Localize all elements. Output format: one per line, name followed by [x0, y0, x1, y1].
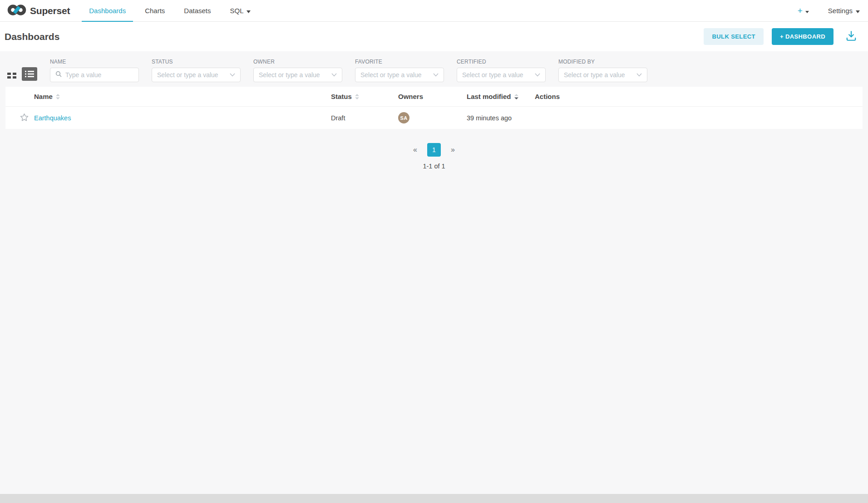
settings-label: Settings [828, 7, 853, 15]
col-name-label: Name [34, 93, 53, 100]
col-last-modified-label: Last modified [467, 93, 511, 100]
filter-owner: OWNER Select or type a value [253, 59, 342, 82]
row-name-cell: Earthquakes [34, 114, 331, 122]
plus-icon: + [798, 6, 803, 15]
filter-status-label: STATUS [152, 59, 241, 65]
header-cell-name[interactable]: Name [34, 93, 331, 100]
sort-desc-icon [514, 94, 518, 99]
card-view-icon[interactable] [6, 70, 17, 81]
table-row: Earthquakes Draft SA 39 minutes ago [5, 107, 863, 129]
chevron-down-icon [331, 73, 337, 77]
nav-tab-datasets[interactable]: Datasets [182, 0, 212, 21]
nav-tab-charts[interactable]: Charts [143, 0, 167, 21]
nav-tab-sql[interactable]: SQL [228, 0, 252, 21]
chevron-down-icon [230, 73, 235, 77]
pager-next-button[interactable]: » [448, 145, 458, 155]
col-actions-label: Actions [535, 93, 560, 100]
chevron-down-icon [636, 73, 642, 77]
sort-icon [56, 94, 60, 99]
filter-certified: CERTIFIED Select or type a value [457, 59, 546, 82]
filter-modified-by-label: MODIFIED BY [558, 59, 647, 65]
pager: « 1 » [410, 143, 458, 157]
header-cell-owners: Owners [398, 93, 467, 100]
filter-favorite-label: FAVORITE [355, 59, 444, 65]
chevron-down-icon [433, 73, 439, 77]
row-owners-cell: SA [398, 112, 467, 123]
list-view-icon[interactable] [22, 67, 37, 81]
filter-bar: NAME STATUS Select or type a value OWNER… [0, 51, 868, 87]
modified-by-select-placeholder: Select or type a value [564, 71, 634, 79]
chevron-down-icon [535, 73, 540, 77]
owner-select-placeholder: Select or type a value [259, 71, 329, 79]
pager-page-1[interactable]: 1 [427, 143, 441, 157]
header-actions: BULK SELECT + DASHBOARD [704, 28, 858, 45]
pager-prev-button[interactable]: « [410, 145, 420, 155]
star-outline-icon [20, 113, 29, 123]
filter-modified-by: MODIFIED BY Select or type a value [558, 59, 647, 82]
brand-name: Superset [30, 5, 70, 16]
superset-logo[interactable]: Superset [7, 0, 70, 21]
filter-status: STATUS Select or type a value [152, 59, 241, 82]
page-header: Dashboards BULK SELECT + DASHBOARD [0, 22, 868, 51]
download-icon [845, 30, 857, 43]
status-select[interactable]: Select or type a value [152, 68, 241, 82]
caret-down-icon [856, 7, 860, 15]
bottom-scrollbar-track[interactable] [0, 494, 868, 503]
filter-favorite: FAVORITE Select or type a value [355, 59, 444, 82]
favorite-star-button[interactable] [20, 113, 29, 123]
new-item-menu[interactable]: + [798, 6, 809, 15]
caret-down-icon [247, 7, 251, 15]
superset-infinity-icon [7, 3, 26, 19]
favorite-select[interactable]: Select or type a value [355, 68, 444, 82]
filter-owner-label: OWNER [253, 59, 342, 65]
col-owners-label: Owners [398, 93, 423, 100]
dashboard-link[interactable]: Earthquakes [34, 114, 71, 122]
header-cell-status[interactable]: Status [331, 93, 398, 100]
import-dashboards-button[interactable] [844, 30, 858, 44]
certified-select[interactable]: Select or type a value [457, 68, 546, 82]
header-cell-actions: Actions [535, 93, 863, 100]
status-select-placeholder: Select or type a value [157, 71, 227, 79]
filter-name-label: NAME [50, 59, 139, 65]
certified-select-placeholder: Select or type a value [462, 71, 532, 79]
view-mode-toggle [6, 67, 37, 82]
pagination-summary: 1-1 of 1 [423, 163, 445, 170]
caret-down-icon [805, 7, 809, 15]
owner-avatar: SA [398, 112, 409, 123]
filter-certified-label: CERTIFIED [457, 59, 546, 65]
name-search-field[interactable] [50, 68, 139, 82]
sort-icon [355, 94, 359, 99]
row-status-cell: Draft [331, 114, 398, 122]
row-last-modified-cell: 39 minutes ago [467, 114, 535, 122]
nav-tab-sql-label: SQL [230, 7, 244, 15]
nav-right-controls: + Settings [798, 0, 860, 21]
name-search-input[interactable] [65, 71, 133, 79]
bulk-select-button[interactable]: BULK SELECT [704, 28, 763, 45]
filter-name: NAME [50, 59, 139, 82]
table-header-row: Name Status Owners Last modified Actions [5, 87, 863, 107]
row-favorite-cell [5, 113, 34, 123]
favorite-select-placeholder: Select or type a value [360, 71, 430, 79]
col-status-label: Status [331, 93, 352, 100]
page-title: Dashboards [5, 31, 59, 42]
pagination: « 1 » 1-1 of 1 [0, 143, 868, 170]
header-cell-last-modified[interactable]: Last modified [467, 93, 535, 100]
main-nav-tabs: Dashboards Charts Datasets SQL [87, 0, 252, 21]
owner-select[interactable]: Select or type a value [253, 68, 342, 82]
add-dashboard-button[interactable]: + DASHBOARD [772, 28, 833, 45]
dashboards-table: Name Status Owners Last modified Actions [5, 87, 863, 129]
settings-menu[interactable]: Settings [828, 7, 860, 15]
modified-by-select[interactable]: Select or type a value [558, 68, 647, 82]
nav-tab-dashboards[interactable]: Dashboards [87, 0, 128, 21]
top-nav: Superset Dashboards Charts Datasets SQL … [0, 0, 868, 22]
search-icon [55, 71, 62, 79]
